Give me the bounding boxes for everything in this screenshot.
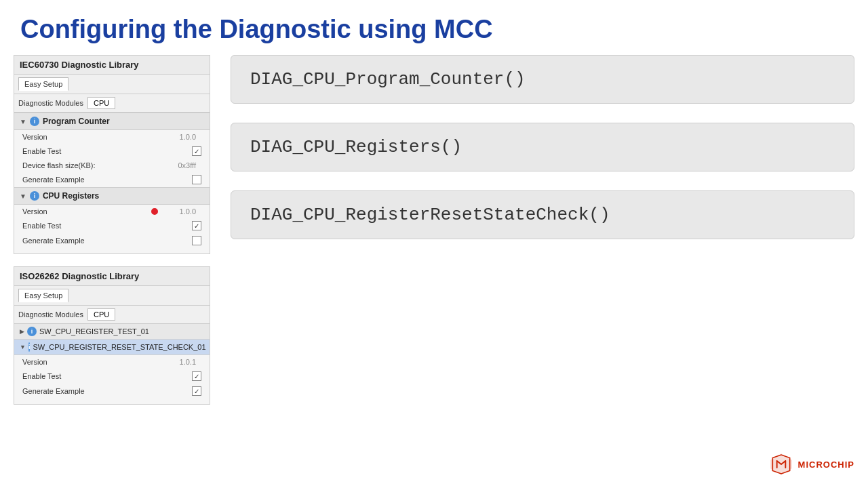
code-box-1: DIAG_CPU_Program_Counter() <box>231 55 854 104</box>
tree-item-2-info-icon: i <box>28 342 31 352</box>
pc-enable-label: Enable Test <box>22 147 192 155</box>
iso-tree-item-1[interactable]: ▶ i SW_CPU_REGISTER_TEST_01 <box>14 324 210 340</box>
cr-genexample-label: Generate Example <box>22 237 192 245</box>
iso-enable-checkbox[interactable] <box>192 371 201 381</box>
pc-genexample-checkbox[interactable] <box>192 175 201 184</box>
iso-enable-row: Enable Test <box>14 369 210 384</box>
page-title: Configuring the Diagnostic using MCC <box>0 0 868 55</box>
pc-version-value: 1.0.0 <box>162 133 196 141</box>
iso-version-label: Version <box>22 358 162 366</box>
tree-item-2-label: SW_CPU_REGISTER_RESET_STATE_CHECK_01 <box>33 343 205 351</box>
pc-genexample-label: Generate Example <box>22 176 192 184</box>
pc-version-row: Version 1.0.0 <box>14 130 210 144</box>
iso-tab-label-bar: Diagnostic Modules CPU <box>14 306 210 324</box>
pc-version-label: Version <box>22 133 162 141</box>
iso-version-value: 1.0.1 <box>162 358 196 366</box>
cpu-registers-section-header[interactable]: ▼ i CPU Registers <box>14 187 210 205</box>
tree-item-1-info-icon: i <box>27 327 37 336</box>
right-panel: DIAG_CPU_Program_Counter() DIAG_CPU_Regi… <box>231 55 854 405</box>
program-counter-section-header[interactable]: ▼ i Program Counter <box>14 113 210 130</box>
microchip-logo-text: MICROCHIP <box>798 460 854 470</box>
program-counter-label: Program Counter <box>43 117 110 126</box>
pc-enable-row: Enable Test <box>14 144 210 159</box>
iso-easy-setup-tab[interactable]: Easy Setup <box>18 289 68 302</box>
iso-enable-label: Enable Test <box>22 372 192 380</box>
pc-flash-row: Device flash size(KB): 0x3fff <box>14 159 210 172</box>
cpu-registers-red-dot <box>151 208 158 215</box>
iso-genexample-checkbox[interactable] <box>192 386 201 396</box>
iec-easy-setup-tab[interactable]: Easy Setup <box>18 77 68 91</box>
tree-item-1-label: SW_CPU_REGISTER_TEST_01 <box>39 327 149 336</box>
program-counter-info-icon: i <box>30 117 39 126</box>
cr-enable-label: Enable Test <box>22 222 192 230</box>
cpu-registers-info-icon: i <box>30 191 39 201</box>
iso-tree-item-2[interactable]: ▼ i SW_CPU_REGISTER_RESET_STATE_CHECK_01 <box>14 340 210 355</box>
cr-enable-row: Enable Test <box>14 218 210 233</box>
code-box-2: DIAG_CPU_Registers() <box>231 123 854 171</box>
cr-version-value: 1.0.0 <box>162 207 196 216</box>
iec-tab-label-bar: Diagnostic Modules CPU <box>14 94 210 113</box>
cr-version-label: Version <box>22 207 151 216</box>
iec-library-title: IEC60730 Diagnostic Library <box>14 56 210 75</box>
cr-genexample-row: Generate Example <box>14 233 210 248</box>
iso-version-row: Version 1.0.1 <box>14 355 210 369</box>
microchip-logo-icon <box>768 451 794 477</box>
iso-diag-modules-label: Diagnostic Modules <box>18 310 83 319</box>
iec-library-block: IEC60730 Diagnostic Library Easy Setup D… <box>14 55 210 254</box>
iso-genexample-row: Generate Example <box>14 384 210 399</box>
cr-genexample-checkbox[interactable] <box>192 236 201 245</box>
tree-arrow-2: ▼ <box>20 344 26 350</box>
pc-genexample-row: Generate Example <box>14 172 210 187</box>
cpu-registers-label: CPU Registers <box>43 191 99 201</box>
iso-library-block: ISO26262 Diagnostic Library Easy Setup D… <box>14 266 210 405</box>
cr-version-row: Version 1.0.0 <box>14 205 210 218</box>
tree-arrow-1: ▶ <box>20 328 24 335</box>
iec-cpu-tab[interactable]: CPU <box>87 97 115 109</box>
pc-enable-checkbox[interactable] <box>192 146 201 156</box>
iec-diag-modules-label: Diagnostic Modules <box>18 99 83 107</box>
iso-tab-bar: Easy Setup <box>14 286 210 306</box>
iec-tab-bar: Easy Setup <box>14 75 210 94</box>
left-panel: IEC60730 Diagnostic Library Easy Setup D… <box>14 55 210 405</box>
microchip-logo: MICROCHIP <box>768 451 854 477</box>
iso-cpu-tab[interactable]: CPU <box>87 308 115 321</box>
iso-library-title: ISO26262 Diagnostic Library <box>14 267 210 286</box>
program-counter-chevron: ▼ <box>20 118 26 125</box>
cr-enable-checkbox[interactable] <box>192 221 201 230</box>
code-box-3: DIAG_CPU_RegisterResetStateCheck() <box>231 190 854 239</box>
pc-flash-value: 0x3fff <box>162 161 196 169</box>
iso-genexample-label: Generate Example <box>22 387 192 395</box>
pc-flash-label: Device flash size(KB): <box>22 161 162 169</box>
cpu-registers-chevron: ▼ <box>20 192 26 200</box>
